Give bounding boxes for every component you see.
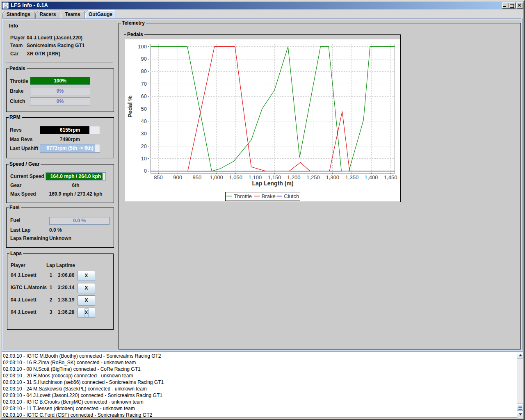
svg-text:80: 80 xyxy=(141,68,147,74)
svg-text:900: 900 xyxy=(173,174,182,180)
svg-text:0: 0 xyxy=(144,168,147,174)
svg-text:Throttle: Throttle xyxy=(234,193,252,199)
svg-text:Clutch: Clutch xyxy=(284,193,299,199)
svg-text:1,050: 1,050 xyxy=(229,174,243,180)
svg-text:1,400: 1,400 xyxy=(365,174,378,180)
svg-text:950: 950 xyxy=(193,174,202,180)
svg-text:1,350: 1,350 xyxy=(345,174,359,180)
svg-text:40: 40 xyxy=(141,118,147,124)
svg-text:1,000: 1,000 xyxy=(210,174,223,180)
svg-text:20: 20 xyxy=(141,143,147,149)
svg-text:1,100: 1,100 xyxy=(249,174,262,180)
svg-text:90: 90 xyxy=(141,56,147,62)
svg-text:1,250: 1,250 xyxy=(306,174,320,180)
svg-text:30: 30 xyxy=(141,130,147,137)
svg-text:Lap Length (m): Lap Length (m) xyxy=(252,180,293,187)
svg-text:60: 60 xyxy=(141,93,147,99)
svg-text:850: 850 xyxy=(154,174,163,180)
svg-text:1,150: 1,150 xyxy=(268,174,281,180)
svg-text:100: 100 xyxy=(138,43,147,50)
svg-text:1,200: 1,200 xyxy=(287,174,301,180)
svg-text:10: 10 xyxy=(141,155,147,162)
svg-text:Pedal %: Pedal % xyxy=(127,96,133,118)
svg-text:50: 50 xyxy=(141,106,147,112)
svg-text:1,300: 1,300 xyxy=(326,174,339,180)
svg-text:1,450: 1,450 xyxy=(384,174,397,180)
svg-text:Brake: Brake xyxy=(262,193,276,199)
svg-text:70: 70 xyxy=(141,81,147,87)
